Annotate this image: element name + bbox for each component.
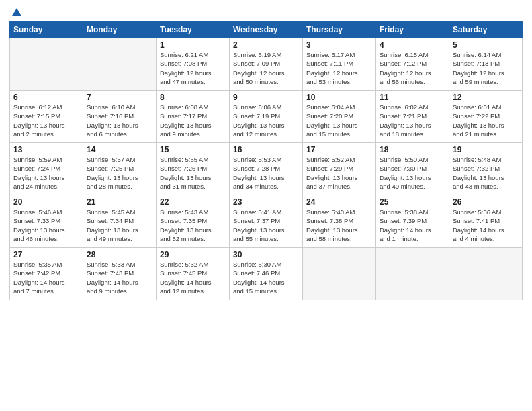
- day-info: Sunrise: 5:36 AM Sunset: 7:41 PM Dayligh…: [453, 208, 519, 243]
- calendar-cell: [10, 38, 83, 91]
- week-row-3: 20Sunrise: 5:46 AM Sunset: 7:33 PM Dayli…: [10, 195, 523, 248]
- day-info: Sunrise: 6:21 AM Sunset: 7:08 PM Dayligh…: [160, 50, 226, 86]
- day-number: 3: [306, 40, 372, 50]
- calendar-cell: 24Sunrise: 5:40 AM Sunset: 7:38 PM Dayli…: [303, 195, 376, 248]
- day-info: Sunrise: 5:30 AM Sunset: 7:46 PM Dayligh…: [233, 260, 299, 295]
- day-number: 17: [306, 145, 372, 154]
- calendar-cell: 22Sunrise: 5:43 AM Sunset: 7:35 PM Dayli…: [157, 195, 230, 248]
- calendar-cell: 10Sunrise: 6:04 AM Sunset: 7:20 PM Dayli…: [303, 91, 376, 143]
- day-number: 13: [13, 145, 79, 154]
- calendar-cell: 13Sunrise: 5:59 AM Sunset: 7:24 PM Dayli…: [10, 143, 83, 195]
- calendar: SundayMondayTuesdayWednesdayThursdayFrid…: [9, 21, 523, 300]
- day-number: 10: [306, 93, 372, 102]
- calendar-cell: 25Sunrise: 5:38 AM Sunset: 7:39 PM Dayli…: [376, 195, 449, 248]
- calendar-cell: 20Sunrise: 5:46 AM Sunset: 7:33 PM Dayli…: [10, 195, 83, 248]
- day-number: 12: [453, 93, 519, 102]
- day-info: Sunrise: 5:41 AM Sunset: 7:37 PM Dayligh…: [233, 208, 299, 243]
- calendar-cell: 29Sunrise: 5:32 AM Sunset: 7:45 PM Dayli…: [157, 248, 230, 300]
- day-info: Sunrise: 5:50 AM Sunset: 7:30 PM Dayligh…: [380, 155, 445, 191]
- day-number: 4: [380, 40, 445, 50]
- calendar-cell: 30Sunrise: 5:30 AM Sunset: 7:46 PM Dayli…: [230, 248, 303, 300]
- day-info: Sunrise: 6:10 AM Sunset: 7:16 PM Dayligh…: [87, 103, 152, 138]
- day-info: Sunrise: 6:15 AM Sunset: 7:12 PM Dayligh…: [380, 50, 445, 86]
- day-info: Sunrise: 5:53 AM Sunset: 7:28 PM Dayligh…: [233, 155, 299, 191]
- day-info: Sunrise: 6:19 AM Sunset: 7:09 PM Dayligh…: [233, 50, 299, 86]
- day-number: 22: [160, 197, 226, 207]
- day-info: Sunrise: 6:14 AM Sunset: 7:13 PM Dayligh…: [453, 50, 519, 86]
- calendar-cell: 12Sunrise: 6:01 AM Sunset: 7:22 PM Dayli…: [449, 91, 523, 143]
- day-number: 9: [233, 93, 299, 102]
- weekday-wednesday: Wednesday: [230, 21, 303, 38]
- day-number: 28: [87, 250, 152, 259]
- calendar-cell: [83, 38, 157, 91]
- week-row-2: 13Sunrise: 5:59 AM Sunset: 7:24 PM Dayli…: [10, 143, 523, 195]
- calendar-cell: 27Sunrise: 5:35 AM Sunset: 7:42 PM Dayli…: [10, 248, 83, 300]
- day-info: Sunrise: 6:08 AM Sunset: 7:17 PM Dayligh…: [160, 103, 226, 138]
- week-row-4: 27Sunrise: 5:35 AM Sunset: 7:42 PM Dayli…: [10, 248, 523, 300]
- calendar-cell: 8Sunrise: 6:08 AM Sunset: 7:17 PM Daylig…: [157, 91, 230, 143]
- calendar-cell: 6Sunrise: 6:12 AM Sunset: 7:15 PM Daylig…: [10, 91, 83, 143]
- day-number: 2: [233, 40, 299, 50]
- calendar-cell: 19Sunrise: 5:48 AM Sunset: 7:32 PM Dayli…: [449, 143, 523, 195]
- weekday-friday: Friday: [376, 21, 449, 38]
- day-number: 25: [380, 197, 445, 207]
- day-info: Sunrise: 6:17 AM Sunset: 7:11 PM Dayligh…: [306, 50, 372, 86]
- calendar-cell: 5Sunrise: 6:14 AM Sunset: 7:13 PM Daylig…: [449, 38, 523, 91]
- day-info: Sunrise: 5:40 AM Sunset: 7:38 PM Dayligh…: [306, 208, 372, 243]
- weekday-monday: Monday: [83, 21, 157, 38]
- weekday-thursday: Thursday: [303, 21, 376, 38]
- day-number: 23: [233, 197, 299, 207]
- day-number: 26: [453, 197, 519, 207]
- weekday-header-row: SundayMondayTuesdayWednesdayThursdayFrid…: [10, 21, 523, 38]
- logo-icon: [11, 7, 23, 19]
- day-number: 24: [306, 197, 372, 207]
- day-number: 7: [87, 93, 152, 102]
- day-info: Sunrise: 5:32 AM Sunset: 7:45 PM Dayligh…: [160, 260, 226, 295]
- day-number: 27: [13, 250, 79, 259]
- day-info: Sunrise: 6:06 AM Sunset: 7:19 PM Dayligh…: [233, 103, 299, 138]
- header: [9, 7, 523, 17]
- day-info: Sunrise: 5:38 AM Sunset: 7:39 PM Dayligh…: [380, 208, 445, 243]
- day-number: 14: [87, 145, 152, 154]
- calendar-cell: 14Sunrise: 5:57 AM Sunset: 7:25 PM Dayli…: [83, 143, 157, 195]
- calendar-cell: 26Sunrise: 5:36 AM Sunset: 7:41 PM Dayli…: [449, 195, 523, 248]
- calendar-cell: 3Sunrise: 6:17 AM Sunset: 7:11 PM Daylig…: [303, 38, 376, 91]
- svg-marker-0: [12, 8, 21, 16]
- weekday-tuesday: Tuesday: [157, 21, 230, 38]
- day-info: Sunrise: 6:12 AM Sunset: 7:15 PM Dayligh…: [13, 103, 79, 138]
- day-info: Sunrise: 5:35 AM Sunset: 7:42 PM Dayligh…: [13, 260, 79, 295]
- logo: [9, 7, 23, 17]
- day-number: 18: [380, 145, 445, 154]
- day-info: Sunrise: 6:02 AM Sunset: 7:21 PM Dayligh…: [380, 103, 445, 138]
- day-number: 15: [160, 145, 226, 154]
- day-info: Sunrise: 6:04 AM Sunset: 7:20 PM Dayligh…: [306, 103, 372, 138]
- week-row-0: 1Sunrise: 6:21 AM Sunset: 7:08 PM Daylig…: [10, 38, 523, 91]
- calendar-cell: 23Sunrise: 5:41 AM Sunset: 7:37 PM Dayli…: [230, 195, 303, 248]
- calendar-cell: 4Sunrise: 6:15 AM Sunset: 7:12 PM Daylig…: [376, 38, 449, 91]
- day-number: 19: [453, 145, 519, 154]
- calendar-cell: 1Sunrise: 6:21 AM Sunset: 7:08 PM Daylig…: [157, 38, 230, 91]
- weekday-saturday: Saturday: [449, 21, 523, 38]
- calendar-cell: 17Sunrise: 5:52 AM Sunset: 7:29 PM Dayli…: [303, 143, 376, 195]
- day-info: Sunrise: 5:55 AM Sunset: 7:26 PM Dayligh…: [160, 155, 226, 191]
- day-number: 11: [380, 93, 445, 102]
- week-row-1: 6Sunrise: 6:12 AM Sunset: 7:15 PM Daylig…: [10, 91, 523, 143]
- calendar-cell: 15Sunrise: 5:55 AM Sunset: 7:26 PM Dayli…: [157, 143, 230, 195]
- calendar-cell: 9Sunrise: 6:06 AM Sunset: 7:19 PM Daylig…: [230, 91, 303, 143]
- calendar-cell: 18Sunrise: 5:50 AM Sunset: 7:30 PM Dayli…: [376, 143, 449, 195]
- page: SundayMondayTuesdayWednesdayThursdayFrid…: [0, 0, 532, 411]
- day-number: 6: [13, 93, 79, 102]
- calendar-cell: 2Sunrise: 6:19 AM Sunset: 7:09 PM Daylig…: [230, 38, 303, 91]
- calendar-cell: 11Sunrise: 6:02 AM Sunset: 7:21 PM Dayli…: [376, 91, 449, 143]
- day-info: Sunrise: 5:33 AM Sunset: 7:43 PM Dayligh…: [87, 260, 152, 295]
- day-info: Sunrise: 5:59 AM Sunset: 7:24 PM Dayligh…: [13, 155, 79, 191]
- calendar-cell: 16Sunrise: 5:53 AM Sunset: 7:28 PM Dayli…: [230, 143, 303, 195]
- weekday-sunday: Sunday: [10, 21, 83, 38]
- day-info: Sunrise: 6:01 AM Sunset: 7:22 PM Dayligh…: [453, 103, 519, 138]
- calendar-cell: [449, 248, 523, 300]
- day-number: 5: [453, 40, 519, 50]
- day-info: Sunrise: 5:57 AM Sunset: 7:25 PM Dayligh…: [87, 155, 152, 191]
- day-number: 29: [160, 250, 226, 259]
- calendar-cell: 21Sunrise: 5:45 AM Sunset: 7:34 PM Dayli…: [83, 195, 157, 248]
- day-number: 20: [13, 197, 79, 207]
